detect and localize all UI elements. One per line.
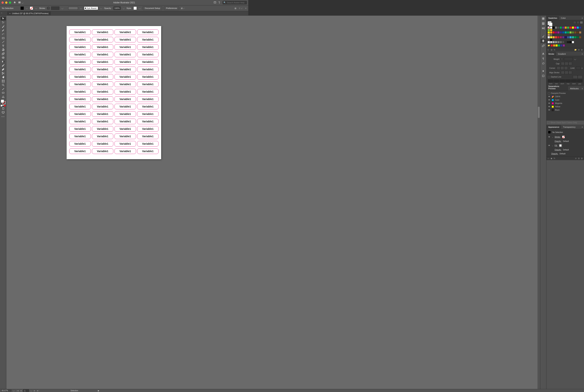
stroke-swatch[interactable] xyxy=(30,6,33,10)
minimize-window-icon[interactable] xyxy=(5,2,8,4)
label-cell[interactable]: Variable1 xyxy=(92,74,114,80)
label-cell[interactable]: Variable1 xyxy=(92,89,114,94)
artboard[interactable]: Variable1Variable1Variable1Variable1Vari… xyxy=(67,26,161,159)
label-cell[interactable]: Variable1 xyxy=(114,44,136,50)
fill-dropdown-icon[interactable] xyxy=(26,7,28,9)
label-cell[interactable]: Variable1 xyxy=(137,96,159,102)
label-cell[interactable]: Variable1 xyxy=(92,96,114,102)
label-cell[interactable]: Variable1 xyxy=(114,134,136,139)
label-cell[interactable]: Variable1 xyxy=(69,74,91,80)
label-cell[interactable]: Variable1 xyxy=(69,134,91,139)
label-cell[interactable]: Variable1 xyxy=(92,44,114,50)
label-cell[interactable]: Variable1 xyxy=(92,119,114,124)
close-tab-icon[interactable]: × xyxy=(9,12,11,14)
rotate-tool-icon[interactable] xyxy=(1,48,6,52)
rounded-rect-tool-icon[interactable] xyxy=(1,91,6,95)
edit-toolbar-icon[interactable]: ••• xyxy=(2,116,5,118)
label-cell[interactable]: Variable1 xyxy=(137,111,159,117)
label-cell[interactable]: Variable1 xyxy=(137,52,159,57)
scissors-tool-icon[interactable] xyxy=(1,72,6,75)
preferences-button[interactable]: Preferences xyxy=(164,6,179,10)
label-cell[interactable]: Variable1 xyxy=(114,59,136,65)
label-cell[interactable]: Variable1 xyxy=(69,66,91,72)
stroke-weight-dropdown-icon[interactable] xyxy=(61,7,64,9)
draw-mode-icon[interactable] xyxy=(1,106,6,110)
label-cell[interactable]: Variable1 xyxy=(69,59,91,65)
label-cell[interactable]: Variable1 xyxy=(137,119,159,124)
magic-wand-tool-icon[interactable] xyxy=(1,24,6,28)
label-cell[interactable]: Variable1 xyxy=(137,82,159,87)
label-cell[interactable]: Variable1 xyxy=(92,111,114,117)
label-cell[interactable]: Variable1 xyxy=(92,148,114,154)
arrange-workspace-icon[interactable] xyxy=(214,1,216,4)
label-cell[interactable]: Variable1 xyxy=(69,111,91,117)
color-mode-switcher[interactable] xyxy=(1,105,6,106)
label-cell[interactable]: Variable1 xyxy=(114,74,136,80)
fill-stroke-indicator[interactable] xyxy=(1,100,6,104)
label-cell[interactable]: Variable1 xyxy=(137,74,159,80)
control-menu-icon[interactable]: ≡ xyxy=(245,7,246,10)
direct-selection-tool-icon[interactable] xyxy=(1,21,6,24)
label-cell[interactable]: Variable1 xyxy=(92,104,114,109)
perspective-tool-icon[interactable] xyxy=(1,95,6,98)
line-tool-icon[interactable] xyxy=(1,40,6,44)
pen-tool-icon[interactable] xyxy=(1,28,6,32)
artboard-tool-icon[interactable] xyxy=(1,79,6,83)
brush-dropdown-icon[interactable] xyxy=(100,7,102,9)
label-cell[interactable]: Variable1 xyxy=(69,119,91,124)
label-cell[interactable]: Variable1 xyxy=(137,30,159,35)
label-cell[interactable]: Variable1 xyxy=(114,89,136,94)
label-cell[interactable]: Variable1 xyxy=(92,141,114,146)
align-to-icon[interactable]: ⊞ xyxy=(181,7,185,10)
label-cell[interactable]: Variable1 xyxy=(137,141,159,146)
learn-icon[interactable] xyxy=(218,1,221,4)
label-cell[interactable]: Variable1 xyxy=(114,37,136,42)
label-cell[interactable]: Variable1 xyxy=(92,59,114,65)
arrange-documents-icon[interactable] xyxy=(18,1,24,4)
label-cell[interactable]: Variable1 xyxy=(137,59,159,65)
label-cell[interactable]: Variable1 xyxy=(114,141,136,146)
stroke-weight-input[interactable] xyxy=(51,6,59,10)
label-cell[interactable]: Variable1 xyxy=(69,52,91,57)
label-cell[interactable]: Variable1 xyxy=(137,134,159,139)
label-cell[interactable]: Variable1 xyxy=(137,126,159,132)
label-cell[interactable]: Variable1 xyxy=(114,30,136,35)
type-tool-icon[interactable] xyxy=(1,44,6,48)
maximize-window-icon[interactable] xyxy=(9,2,11,4)
label-cell[interactable]: Variable1 xyxy=(137,89,159,94)
label-cell[interactable]: Variable1 xyxy=(92,66,114,72)
fill-indicator-icon[interactable] xyxy=(1,100,4,103)
stroke-dropdown-icon[interactable] xyxy=(35,7,38,9)
label-cell[interactable]: Variable1 xyxy=(114,66,136,72)
graphic-style-swatch[interactable] xyxy=(133,6,137,10)
screen-mode-icon[interactable] xyxy=(1,110,6,114)
curvature-tool-icon[interactable] xyxy=(1,32,6,36)
home-icon[interactable] xyxy=(14,1,16,4)
zoom-tool-icon[interactable] xyxy=(1,83,6,87)
label-cell[interactable]: Variable1 xyxy=(114,82,136,87)
close-window-icon[interactable] xyxy=(2,2,4,4)
label-cell[interactable]: Variable1 xyxy=(92,126,114,132)
hand-tool-icon[interactable] xyxy=(1,75,6,79)
label-cell[interactable]: Variable1 xyxy=(137,148,159,154)
brush-definition[interactable]: 5 pt. Round xyxy=(84,6,98,10)
label-cell[interactable]: Variable1 xyxy=(114,96,136,102)
opacity-dropdown-icon[interactable] xyxy=(122,7,125,9)
label-cell[interactable]: Variable1 xyxy=(114,119,136,124)
document-setup-button[interactable]: Document Setup xyxy=(143,6,162,10)
label-cell[interactable]: Variable1 xyxy=(69,148,91,154)
vwp-dropdown-icon[interactable] xyxy=(80,7,82,9)
label-cell[interactable]: Variable1 xyxy=(69,30,91,35)
variable-width-profile[interactable] xyxy=(68,7,78,10)
label-cell[interactable]: Variable1 xyxy=(69,89,91,94)
label-cell[interactable]: Variable1 xyxy=(137,37,159,42)
label-cell[interactable]: Variable1 xyxy=(69,126,91,132)
help-search-input[interactable] xyxy=(223,1,247,4)
gradient-tool-icon[interactable] xyxy=(1,60,6,64)
selection-tool-icon[interactable] xyxy=(1,17,6,20)
label-cell[interactable]: Variable1 xyxy=(69,44,91,50)
eyedropper-tool-icon[interactable] xyxy=(1,64,6,67)
label-cell[interactable]: Variable1 xyxy=(114,126,136,132)
scale-tool-icon[interactable] xyxy=(1,52,6,56)
style-dropdown-icon[interactable] xyxy=(139,7,141,9)
